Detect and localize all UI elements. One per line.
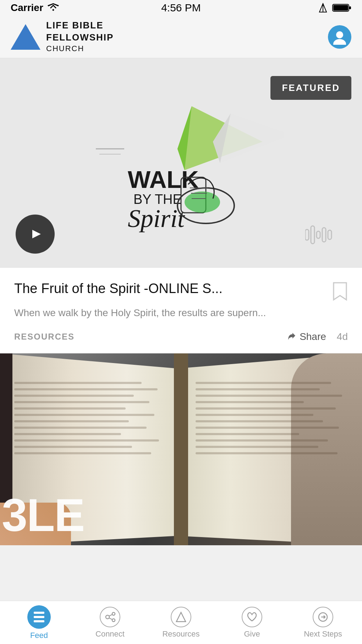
- connect-label: Connect: [95, 629, 125, 639]
- resources-icon-wrap: [171, 607, 191, 627]
- svg-point-18: [185, 191, 220, 213]
- card-title: The Fruit of the Spirit -ONLINE S...: [14, 281, 325, 297]
- nav-feed[interactable]: Feed: [12, 605, 66, 640]
- battery-icon: [332, 3, 351, 13]
- connect-icon: [104, 611, 116, 623]
- svg-rect-24: [305, 229, 309, 240]
- svg-rect-27: [322, 228, 326, 242]
- svg-text:WALK: WALK: [128, 166, 199, 193]
- give-label: Give: [244, 629, 260, 639]
- app-header: LIFE BIBLE FELLOWSHIP CHURCH: [0, 16, 362, 58]
- church-name-line1: LIFE BIBLE: [46, 20, 114, 32]
- featured-badge: FEATURED: [270, 76, 351, 100]
- feed-label: Feed: [30, 631, 48, 640]
- user-avatar[interactable]: [328, 25, 351, 49]
- card-actions: Share 4d: [285, 331, 348, 342]
- location-icon: [319, 3, 327, 13]
- svg-rect-2: [333, 5, 348, 11]
- church-logo: LIFE BIBLE FELLOWSHIP CHURCH: [11, 20, 114, 54]
- bible-image: 3LE: [0, 353, 362, 545]
- svg-point-5: [333, 39, 346, 45]
- svg-rect-29: [34, 612, 44, 614]
- share-icon: [285, 331, 296, 342]
- card-tag: RESOURCES: [14, 332, 75, 342]
- svg-rect-26: [317, 231, 320, 238]
- right-page-lines: [196, 382, 355, 454]
- left-page-lines: [14, 382, 174, 454]
- church-name-line2: FELLOWSHIP: [46, 32, 114, 44]
- scroll-content: FEATURED WALK BY THE Spirit: [0, 58, 362, 591]
- nav-give[interactable]: Give: [225, 607, 279, 639]
- svg-point-33: [112, 612, 115, 615]
- next-steps-label: Next Steps: [304, 629, 342, 639]
- play-button[interactable]: [16, 215, 55, 254]
- svg-rect-3: [349, 6, 351, 9]
- svg-rect-31: [34, 620, 44, 622]
- card-title-row: The Fruit of the Spirit -ONLINE S...: [14, 281, 348, 300]
- status-time: 4:56 PM: [161, 2, 201, 14]
- play-icon: [26, 225, 44, 243]
- svg-rect-25: [311, 226, 314, 244]
- logo-triangle-icon: [11, 24, 40, 50]
- svg-rect-30: [34, 616, 44, 618]
- svg-line-36: [109, 618, 112, 619]
- connect-icon-wrap: [100, 607, 120, 627]
- nav-connect[interactable]: Connect: [83, 607, 137, 639]
- bible-partial-label: 3LE: [2, 488, 84, 542]
- audio-waveform-icon: [305, 222, 334, 249]
- give-icon-wrap: [242, 607, 262, 627]
- give-icon: [246, 611, 258, 623]
- svg-text:Spirit: Spirit: [128, 204, 185, 233]
- nav-next-steps[interactable]: Next Steps: [296, 607, 350, 639]
- card-description: When we walk by the Holy Spirit, the res…: [14, 305, 348, 320]
- featured-banner: FEATURED WALK BY THE Spirit: [0, 58, 362, 268]
- content-card: The Fruit of the Spirit -ONLINE S... Whe…: [0, 268, 362, 353]
- svg-rect-28: [328, 230, 331, 239]
- share-button[interactable]: Share: [285, 331, 326, 342]
- nav-resources[interactable]: Resources: [154, 607, 208, 639]
- bible-card: 3LE: [0, 353, 362, 545]
- share-label: Share: [300, 331, 326, 342]
- resources-label: Resources: [162, 629, 199, 639]
- feed-icon: [33, 611, 45, 623]
- status-right: [319, 3, 351, 13]
- bookmark-icon[interactable]: [332, 282, 348, 300]
- card-footer: RESOURCES Share 4d: [14, 331, 348, 342]
- church-name: LIFE BIBLE FELLOWSHIP CHURCH: [46, 20, 114, 54]
- feed-icon-wrap: [27, 605, 51, 629]
- carrier-label: Carrier: [11, 2, 43, 13]
- status-bar: Carrier 4:56 PM: [0, 0, 362, 16]
- next-steps-icon: [317, 611, 329, 623]
- church-name-line3: CHURCH: [46, 44, 114, 54]
- svg-point-32: [106, 615, 109, 619]
- card-time: 4d: [337, 331, 348, 342]
- wifi-icon: [47, 3, 60, 12]
- svg-point-34: [112, 619, 115, 622]
- next-steps-icon-wrap: [313, 607, 333, 627]
- walk-spirit-illustration: WALK BY THE Spirit: [78, 78, 284, 248]
- svg-marker-37: [176, 612, 186, 622]
- svg-line-35: [109, 615, 112, 616]
- status-left: Carrier: [11, 2, 60, 13]
- bottom-navigation: Feed Connect Resources: [0, 601, 362, 644]
- svg-point-4: [336, 31, 343, 38]
- resources-icon: [175, 611, 187, 623]
- book-spine: [174, 353, 188, 545]
